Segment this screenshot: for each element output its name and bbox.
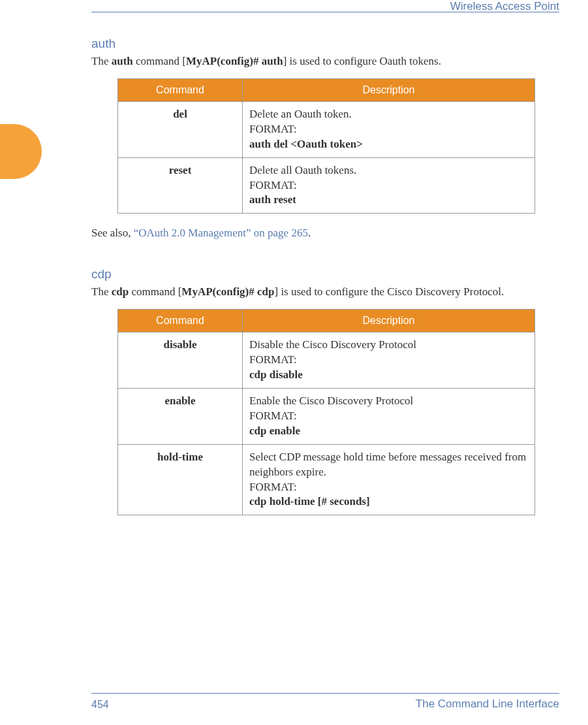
table-header-command: Command	[118, 310, 243, 332]
auth-intro: The auth command [MyAP(config)# auth] is…	[91, 54, 559, 69]
page-number: 454	[91, 699, 109, 711]
cmd-cell: del	[118, 101, 243, 157]
text: The	[91, 55, 112, 67]
table-row: disable Disable the Cisco Discovery Prot…	[118, 332, 535, 389]
auth-see-also: See also, “OAuth 2.0 Management” on page…	[91, 225, 559, 241]
cmd-cell: reset	[118, 157, 243, 214]
text: .	[308, 227, 311, 239]
desc-format: auth reset	[249, 193, 528, 208]
table-header-description: Description	[243, 310, 535, 332]
cdp-table: Command Description disable Disable the …	[117, 309, 535, 515]
desc-cell: Delete an Oauth token. FORMAT: auth del …	[243, 101, 535, 157]
desc-format-label: FORMAT:	[249, 480, 528, 495]
desc-text: Select CDP message hold time before mess…	[249, 450, 528, 480]
cmd-cell: disable	[118, 332, 243, 389]
text: See also,	[91, 227, 134, 239]
table-row: enable Enable the Cisco Discovery Protoc…	[118, 388, 535, 444]
auth-table: Command Description del Delete an Oauth …	[117, 78, 535, 214]
text: The	[91, 285, 112, 298]
link-oauth-management[interactable]: “OAuth 2.0 Management” on page 265	[134, 227, 308, 239]
cmd-name: cdp	[112, 285, 129, 298]
text: command [	[129, 285, 181, 298]
page-content: auth The auth command [MyAP(config)# aut…	[91, 33, 559, 527]
desc-cell: Select CDP message hold time before mess…	[243, 444, 535, 515]
desc-text: Enable the Cisco Discovery Protocol	[249, 394, 528, 409]
header-rule	[91, 12, 559, 12]
desc-text: Delete all Oauth tokens.	[249, 163, 528, 178]
table-header-description: Description	[243, 78, 535, 101]
desc-format-label: FORMAT:	[249, 409, 528, 424]
text: ] is used to configure Oauth tokens.	[283, 55, 441, 67]
desc-text: Delete an Oauth token.	[249, 107, 528, 122]
section-title-auth: auth	[91, 37, 559, 51]
cmd-name: auth	[112, 55, 133, 67]
cmd-prompt: MyAP(config)# auth	[186, 55, 283, 67]
desc-text: Disable the Cisco Discovery Protocol	[249, 338, 528, 353]
desc-format: cdp enable	[249, 424, 528, 439]
desc-format: cdp disable	[249, 368, 528, 383]
desc-cell: Delete all Oauth tokens. FORMAT: auth re…	[243, 157, 535, 214]
cmd-prompt: MyAP(config)# cdp	[181, 285, 274, 298]
text: ] is used to configure the Cisco Discove…	[274, 285, 504, 298]
footer-section-title: The Command Line Interface	[416, 698, 559, 711]
cdp-intro: The cdp command [MyAP(config)# cdp] is u…	[91, 284, 559, 300]
text: command [	[133, 55, 186, 67]
table-row: reset Delete all Oauth tokens. FORMAT: a…	[118, 157, 535, 214]
desc-format-label: FORMAT:	[249, 178, 528, 193]
table-row: hold-time Select CDP message hold time b…	[118, 444, 535, 515]
desc-format: auth del <Oauth token>	[249, 137, 528, 152]
table-header-command: Command	[118, 78, 243, 101]
desc-format-label: FORMAT:	[249, 353, 528, 368]
desc-cell: Enable the Cisco Discovery Protocol FORM…	[243, 388, 535, 444]
cmd-cell: enable	[118, 388, 243, 444]
section-title-cdp: cdp	[91, 267, 559, 282]
table-row: del Delete an Oauth token. FORMAT: auth …	[118, 101, 535, 157]
side-tab	[0, 124, 42, 179]
desc-format: cdp hold-time [# seconds]	[249, 494, 528, 509]
desc-format-label: FORMAT:	[249, 122, 528, 137]
desc-cell: Disable the Cisco Discovery Protocol FOR…	[243, 332, 535, 389]
header-title: Wireless Access Point	[450, 0, 559, 13]
cmd-cell: hold-time	[118, 444, 243, 515]
footer-rule	[91, 693, 559, 694]
